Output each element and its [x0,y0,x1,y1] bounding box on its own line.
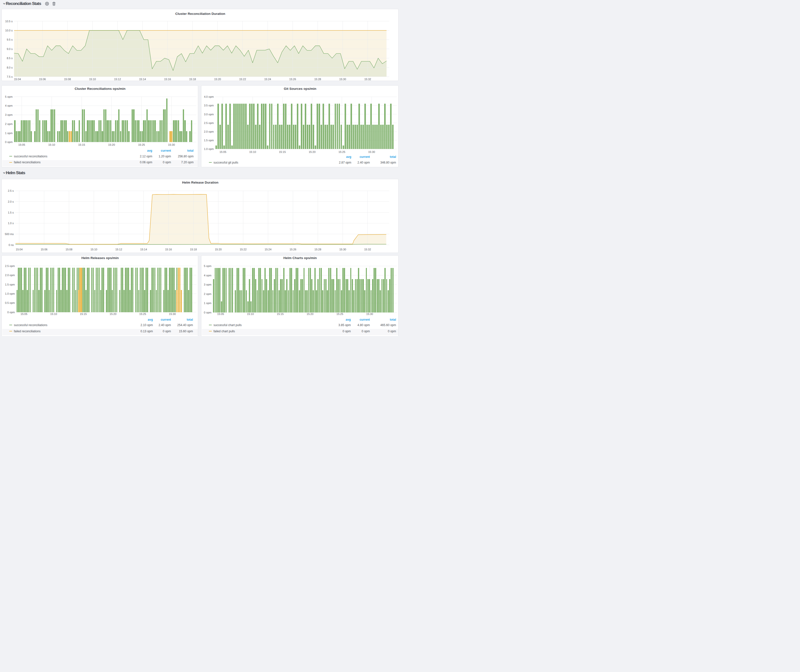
svg-text:15:15: 15:15 [78,143,85,146]
svg-text:Cluster Reconciliation Duratio: Cluster Reconciliation Duration [175,12,226,16]
svg-text:1 opm: 1 opm [5,131,13,134]
svg-text:0.13 opm: 0.13 opm [141,330,153,333]
svg-text:8.5 s: 8.5 s [7,57,13,60]
svg-text:2.0 opm: 2.0 opm [204,130,214,133]
svg-text:2.40 opm: 2.40 opm [357,161,370,164]
svg-text:15:05: 15:05 [21,312,27,315]
svg-text:15:24: 15:24 [264,77,271,80]
svg-text:2.5 opm: 2.5 opm [5,264,15,267]
svg-text:0.06 opm: 0.06 opm [140,161,152,164]
svg-text:Git Sources ops/min: Git Sources ops/min [284,87,316,91]
svg-text:0 opm: 0 opm [388,330,396,333]
svg-text:1.0 opm: 1.0 opm [204,147,214,150]
svg-text:15:14: 15:14 [139,77,146,80]
svg-text:15:16: 15:16 [164,77,171,80]
svg-text:current: current [161,149,171,152]
svg-text:Helm Releases ops/min: Helm Releases ops/min [82,256,119,260]
svg-text:15:32: 15:32 [364,248,371,251]
svg-text:1.0 s: 1.0 s [8,222,14,225]
svg-text:15:25: 15:25 [336,312,343,315]
svg-text:10.5 s: 10.5 s [5,19,13,22]
svg-text:15:06: 15:06 [39,77,46,80]
svg-text:7.20 opm: 7.20 opm [181,161,194,164]
svg-text:failed reconciliations: failed reconciliations [14,330,40,333]
svg-text:1.5 s: 1.5 s [8,211,14,214]
svg-text:0 opm: 0 opm [204,311,211,314]
svg-text:total: total [187,318,193,322]
svg-text:15:22: 15:22 [240,248,246,251]
svg-text:0 opm: 0 opm [5,141,13,144]
svg-text:0 opm: 0 opm [342,330,351,333]
svg-text:current: current [360,318,370,322]
svg-text:15:20: 15:20 [110,312,117,315]
svg-text:15:22: 15:22 [239,77,246,80]
svg-text:15:30: 15:30 [339,248,346,251]
svg-text:avg: avg [346,318,351,322]
svg-text:15:10: 15:10 [50,312,57,315]
svg-text:15:15: 15:15 [80,312,87,315]
svg-text:8.0 s: 8.0 s [7,66,13,69]
svg-text:15:15: 15:15 [279,150,286,154]
svg-text:2.87 opm: 2.87 opm [339,161,351,164]
svg-text:0 ns: 0 ns [9,243,14,246]
svg-text:15:30: 15:30 [168,143,175,146]
svg-text:1.5 opm: 1.5 opm [5,283,15,286]
svg-text:15:28: 15:28 [314,248,322,251]
svg-text:successful reconciliations: successful reconciliations [14,323,47,327]
svg-text:4 opm: 4 opm [204,274,211,277]
svg-text:3.85 opm: 3.85 opm [338,323,351,327]
svg-text:15:16: 15:16 [165,248,172,251]
svg-text:Helm Release Duration: Helm Release Duration [182,181,218,184]
svg-text:4.80 opm: 4.80 opm [357,323,370,327]
svg-text:2 opm: 2 opm [204,293,211,295]
svg-text:total: total [187,149,194,152]
svg-text:15:10: 15:10 [91,248,98,251]
svg-text:9.5 s: 9.5 s [7,38,13,41]
svg-text:15:20: 15:20 [108,143,115,146]
svg-text:4.0 opm: 4.0 opm [204,95,214,98]
svg-text:2.5 opm: 2.5 opm [204,121,214,124]
svg-text:successful git pulls: successful git pulls [213,161,238,164]
svg-text:total: total [390,318,396,322]
svg-text:failed reconciliations: failed reconciliations [14,161,40,164]
svg-text:15:05: 15:05 [217,312,224,315]
svg-text:5 opm: 5 opm [5,95,13,98]
svg-text:15:08: 15:08 [66,248,72,251]
svg-text:15:25: 15:25 [338,150,345,154]
svg-text:15:10: 15:10 [249,150,256,154]
svg-text:4 opm: 4 opm [5,104,13,107]
svg-text:15:05: 15:05 [219,150,226,154]
svg-text:2.0 s: 2.0 s [8,200,14,203]
svg-text:avg: avg [148,318,153,322]
svg-text:15:24: 15:24 [265,248,272,251]
svg-text:15:30: 15:30 [368,150,375,154]
svg-text:15:08: 15:08 [64,77,71,80]
svg-text:current: current [360,155,370,158]
svg-text:failed chart pulls: failed chart pulls [213,330,235,333]
svg-text:15:10: 15:10 [247,312,254,315]
svg-text:15:20: 15:20 [214,77,221,80]
svg-text:15:32: 15:32 [364,77,371,80]
svg-text:15:26: 15:26 [289,77,296,80]
svg-text:2 opm: 2 opm [5,122,13,125]
svg-text:15:30: 15:30 [339,77,346,80]
svg-text:15:25: 15:25 [138,143,145,146]
svg-text:0 opm: 0 opm [362,330,370,333]
svg-text:256.80 opm: 256.80 opm [178,154,194,158]
svg-text:3 opm: 3 opm [204,283,211,286]
svg-text:10.0 s: 10.0 s [5,29,13,32]
svg-text:3.5 opm: 3.5 opm [204,104,214,107]
svg-text:15:30: 15:30 [366,312,373,315]
svg-text:avg: avg [346,155,351,158]
svg-text:254.40 opm: 254.40 opm [178,323,193,327]
svg-text:500 ms: 500 ms [5,232,14,235]
svg-text:0.5 opm: 0.5 opm [5,301,15,304]
svg-text:15:06: 15:06 [40,248,48,251]
svg-text:15:04: 15:04 [16,248,23,251]
svg-text:successful reconciliations: successful reconciliations [14,154,47,158]
svg-text:1.0 opm: 1.0 opm [5,292,15,295]
svg-text:15:14: 15:14 [140,248,147,251]
svg-text:15:25: 15:25 [139,312,146,315]
svg-text:3.0 opm: 3.0 opm [204,113,214,115]
svg-text:total: total [390,155,396,158]
